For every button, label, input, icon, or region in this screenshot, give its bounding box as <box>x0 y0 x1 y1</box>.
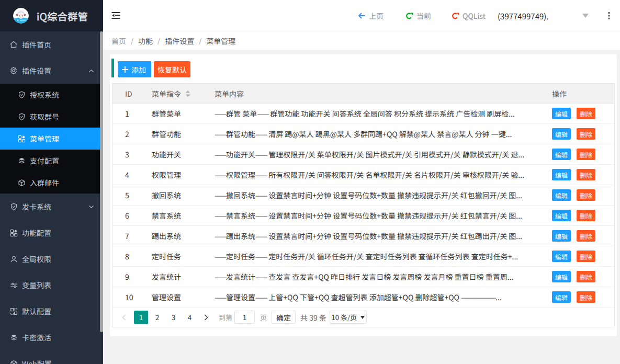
header-nav-label: 当前 <box>416 10 431 21</box>
cell-id: 8 <box>112 251 152 261</box>
cell-id: 10 <box>112 292 152 302</box>
cell-cmd: 群管功能 <box>152 129 215 139</box>
edit-button[interactable]: 编辑 <box>552 108 571 119</box>
table-row-5: 5撤回系统——撤回系统—— 设置禁言时间+分钟 设置号码位数+数量 撤禁违规提示… <box>112 185 614 206</box>
sidebar-item-8[interactable]: 卡密激活 <box>0 324 103 350</box>
sidebar-subitem-label: 授权系统 <box>30 89 59 100</box>
edit-button[interactable]: 编辑 <box>552 291 571 303</box>
delete-button[interactable]: 删除 <box>577 189 595 201</box>
arrow-left-icon <box>357 12 366 20</box>
sidebar-item-label: 卡密激活 <box>22 332 51 343</box>
kebab-menu-icon[interactable] <box>608 12 610 19</box>
sidebar-item-5[interactable]: 全局权限 <box>0 246 103 272</box>
confirm-button[interactable]: 确定 <box>272 311 296 324</box>
shield-check-icon <box>18 113 26 121</box>
page-4[interactable]: 4 <box>183 311 197 324</box>
cell-cmd: 撤回系统 <box>152 190 215 200</box>
edit-button[interactable]: 编辑 <box>552 169 571 180</box>
delete-button[interactable]: 删除 <box>577 291 595 303</box>
delete-button[interactable]: 删除 <box>577 251 595 262</box>
edit-button[interactable]: 编辑 <box>552 149 571 160</box>
page-1-current[interactable]: 1 <box>134 311 148 324</box>
cell-content: ——定时任务—— 定时任务开/关 循环任务开/关 查定时任务列表 查循环任务列表… <box>215 251 552 261</box>
sidebar-subitem-label: 支付配置 <box>30 155 59 166</box>
shield-check-icon <box>18 91 26 99</box>
edit-button[interactable]: 编辑 <box>552 128 571 140</box>
delete-button[interactable]: 删除 <box>577 108 595 119</box>
edit-button[interactable]: 编辑 <box>552 189 571 201</box>
app: N iQ综合群管 插件首页插件设置授权系统获取群号菜单管理支付配置入群邮件发卡系… <box>0 0 620 364</box>
sidebar-subitem-1[interactable]: 授权系统 <box>0 84 103 106</box>
breadcrumb-item-3[interactable]: 插件设置 <box>165 36 194 46</box>
sidebar-subitem-4[interactable]: 支付配置 <box>0 150 103 172</box>
page-3[interactable]: 3 <box>166 311 181 324</box>
header-nav-3[interactable]: QQList <box>451 0 486 31</box>
breadcrumb-item-1[interactable]: 首页 <box>111 36 126 46</box>
cell-cmd: 群管菜单 <box>152 108 215 119</box>
sidebar-item-label: 发卡系统 <box>22 201 51 212</box>
sidebar-item-2[interactable]: 插件设置 <box>0 58 103 84</box>
edit-button[interactable]: 编辑 <box>552 210 571 221</box>
cube-icon <box>18 179 26 187</box>
layers-icon <box>18 157 26 165</box>
table-row-4: 4权限管理——权限管理—— 所有权限开/关 问答权限开/关 名单权限开/关 名片… <box>112 165 614 185</box>
header-nav-2[interactable]: 当前 <box>405 0 431 31</box>
cell-cmd: 发言统计 <box>152 271 215 282</box>
page-input[interactable] <box>234 311 255 324</box>
sidebar-item-4[interactable]: 功能配置 <box>0 220 103 246</box>
accent-bar <box>111 59 114 77</box>
chevron-right-icon[interactable] <box>203 314 209 321</box>
page-size-value: 10 条/页 <box>332 312 357 322</box>
refresh-icon <box>405 12 413 20</box>
sort-arrows-icon[interactable] <box>185 90 190 97</box>
delete-button[interactable]: 删除 <box>577 210 595 221</box>
add-button[interactable]: 添加 <box>118 61 151 77</box>
delete-button[interactable]: 删除 <box>577 230 595 242</box>
caret-down-icon[interactable] <box>582 14 589 18</box>
delete-button[interactable]: 删除 <box>577 149 595 160</box>
breadcrumb-item-2[interactable]: 功能 <box>138 36 153 46</box>
edit-button[interactable]: 编辑 <box>552 251 571 262</box>
app-title: iQ综合群管 <box>37 9 88 23</box>
cell-content: ——撤回系统—— 设置禁言时间+分钟 设置号码位数+数量 撤禁违规提示开/关 红… <box>215 190 552 200</box>
page-2[interactable]: 2 <box>150 311 164 324</box>
cell-cmd: 踢出系统 <box>152 231 215 241</box>
delete-button[interactable]: 删除 <box>577 169 595 180</box>
chevron-up-icon <box>88 68 94 74</box>
sidebar-menu: 插件首页插件设置授权系统获取群号菜单管理支付配置入群邮件发卡系统功能配置全局权限… <box>0 31 103 364</box>
delete-button[interactable]: 删除 <box>577 128 595 140</box>
sidebar-item-6[interactable]: 变量列表 <box>0 272 103 298</box>
cell-cmd: 管理设置 <box>152 292 215 302</box>
cube-icon <box>9 359 18 364</box>
sidebar-subitem-2[interactable]: 获取群号 <box>0 106 103 128</box>
cell-content: ——禁言系统—— 设置禁言时间+分钟 设置号码位数+数量 撤禁违规提示开/关 红… <box>215 210 552 221</box>
delete-button[interactable]: 删除 <box>577 271 595 282</box>
sidebar-item-3[interactable]: 发卡系统 <box>0 194 103 220</box>
chevron-left-icon[interactable] <box>121 314 127 321</box>
sidebar-item-1[interactable]: 插件首页 <box>0 31 103 58</box>
table-row-7: 7踢出系统——踢出系统—— 设置禁言时间+分钟 设置号码位数+数量 撤禁违规提示… <box>112 226 614 246</box>
restore-default-button[interactable]: 恢复默认 <box>154 61 190 77</box>
edit-button[interactable]: 编辑 <box>552 230 571 242</box>
edit-button[interactable]: 编辑 <box>552 271 571 282</box>
header-nav-1[interactable]: 上页 <box>357 0 384 31</box>
sidebar-subitem-3-active[interactable]: 菜单管理 <box>0 128 103 150</box>
cell-id: 7 <box>112 231 152 241</box>
gear-icon <box>9 66 18 75</box>
toolbar: 添加 恢复默认 <box>118 61 190 77</box>
column-header-cmd[interactable]: 菜单指令 <box>152 88 215 99</box>
grid-diamond-icon <box>18 135 26 143</box>
sidebar-subitem-label: 菜单管理 <box>30 133 59 144</box>
top-header: (3977499749). 上页当前QQList <box>103 0 620 31</box>
sidebar-item-label: 功能配置 <box>22 228 51 238</box>
collapse-menu-icon[interactable] <box>111 11 120 20</box>
sidebar-item-9[interactable]: Web配置 <box>0 350 103 364</box>
sidebar-scrollbar[interactable] <box>100 31 103 332</box>
table-row-2: 2群管功能——群管功能—— 清屏 踢@某人 踢黑@某人 多群同踢+QQ 解禁@某… <box>112 124 614 144</box>
sidebar-subitem-5[interactable]: 入群邮件 <box>0 172 103 194</box>
pagination: 1234到第页确定共 39 条10 条/页 <box>112 308 614 327</box>
page-size-select[interactable]: 10 条/页 <box>330 311 367 324</box>
sidebar-item-7[interactable]: 默认配置 <box>0 298 103 324</box>
header-nav-label: QQList <box>463 10 486 21</box>
breadcrumb-separator: / <box>199 36 201 46</box>
